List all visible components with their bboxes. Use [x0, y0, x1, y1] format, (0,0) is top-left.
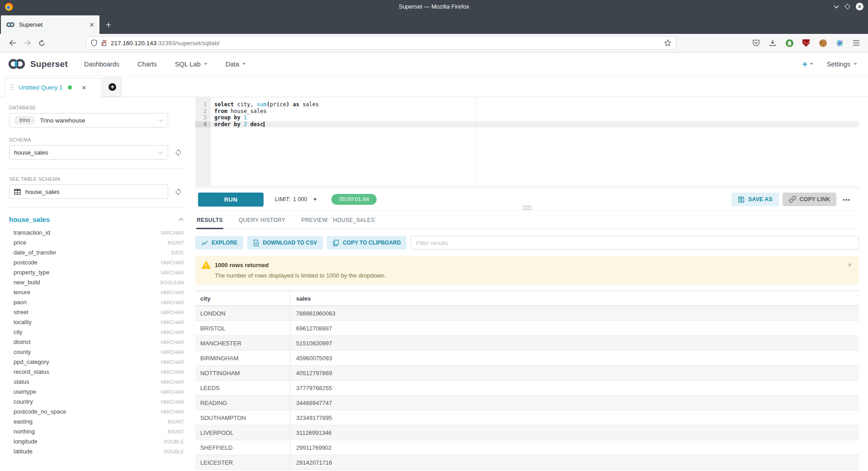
column-name: transaction_id — [14, 229, 50, 236]
reload-button[interactable] — [34, 40, 49, 47]
results-column-header: sales — [290, 291, 859, 306]
table-row[interactable]: LEEDS37779768255 — [195, 381, 859, 396]
schema-column-row: usertypeVARCHAR — [9, 388, 184, 398]
back-button[interactable] — [5, 40, 20, 46]
url-host: 217.160.120.143 — [111, 40, 156, 47]
ublock-icon[interactable] — [802, 38, 811, 47]
nav-item-sql-lab[interactable]: SQL Lab — [175, 61, 208, 68]
results-tab-results[interactable]: RESULTS — [196, 217, 223, 229]
refresh-table-icon[interactable] — [175, 188, 182, 196]
more-actions-button[interactable]: ••• — [840, 196, 853, 203]
results-column-header: city — [195, 291, 290, 306]
add-new-button[interactable]: + — [802, 59, 813, 69]
copy-link-button[interactable]: COPY LINK — [783, 193, 837, 206]
copy-clipboard-label: COPY TO CLIPBOARD — [343, 240, 401, 246]
schema-column-row: record_statusVARCHAR — [9, 368, 184, 378]
downloads-icon[interactable] — [768, 38, 777, 47]
window-shade-icon[interactable] — [834, 5, 839, 9]
table-schema-select[interactable]: house_sales — [9, 184, 168, 199]
limit-dropdown[interactable]: LIMIT: 1 000 — [275, 196, 317, 203]
sql-editor[interactable]: 1234 select city, sum(price) as salesfro… — [195, 97, 859, 188]
column-type: VARCHAR — [160, 409, 184, 414]
copy-clipboard-button[interactable]: COPY TO CLIPBOARD — [327, 236, 406, 250]
table-row[interactable]: SOUTHAMPTON32349177895 — [195, 410, 859, 425]
column-type: VARCHAR — [160, 260, 184, 265]
collapse-chevron-up-icon[interactable] — [178, 217, 184, 221]
schema-column-row: districtVARCHAR — [9, 339, 184, 349]
table-row[interactable]: LIVERPOOL31126991346 — [195, 425, 859, 440]
refresh-schema-icon[interactable] — [175, 149, 182, 156]
sqllab-main: 1234 select city, sum(price) as salesfro… — [195, 97, 868, 471]
shield-icon[interactable] — [91, 39, 97, 47]
table-row[interactable]: MANCHESTER51510820997 — [195, 336, 859, 351]
pocket-icon[interactable] — [751, 38, 760, 47]
results-tab-preview-house-sales[interactable]: PREVIEW: `HOUSE_SALES` — [301, 217, 377, 229]
query-tab-close-icon[interactable]: × — [82, 84, 86, 91]
superset-brand[interactable]: Superset — [7, 58, 68, 70]
bookmark-star-icon[interactable] — [664, 39, 671, 47]
window-close-icon[interactable]: × — [856, 3, 863, 10]
table-name-heading[interactable]: house_sales — [9, 216, 50, 223]
settings-menu[interactable]: Settings — [827, 61, 857, 68]
nav-item-dashboards[interactable]: Dashboards — [84, 61, 119, 68]
window-restore-icon[interactable] — [844, 4, 850, 9]
results-table: citysales LONDON788861960063BRISTOL69612… — [195, 291, 859, 471]
schema-select[interactable]: house_sales — [9, 145, 168, 160]
table-cell: 29911769902 — [290, 440, 859, 455]
column-name: usertype — [14, 388, 36, 395]
column-name: paon — [14, 299, 27, 306]
ghostery-icon[interactable] — [785, 38, 794, 47]
table-row[interactable]: BRISTOL69612708887 — [195, 321, 859, 336]
explore-button[interactable]: EXPLORE — [195, 236, 243, 250]
nav-item-data[interactable]: Data — [226, 61, 246, 68]
nav-item-charts[interactable]: Charts — [137, 61, 157, 68]
table-row[interactable]: NOTTINGHAM40512797869 — [195, 366, 859, 381]
save-icon — [738, 196, 745, 203]
container-pinwheel-icon[interactable] — [835, 38, 844, 47]
results-tab-query-history[interactable]: QUERY HISTORY — [238, 217, 286, 229]
table-cell: SHEFFIELD — [195, 440, 290, 455]
code-line: from house_sales — [211, 108, 859, 115]
table-icon — [14, 189, 21, 195]
forward-button[interactable] — [20, 40, 34, 46]
download-csv-button[interactable]: DOWNLOAD TO CSV — [247, 236, 323, 250]
schema-column-row: longitudeDOUBLE — [9, 438, 184, 448]
column-name: country — [14, 398, 33, 405]
table-row[interactable]: SHEFFIELD29911769902 — [195, 440, 859, 455]
nav-item-label: Data — [226, 61, 240, 68]
run-button[interactable]: RUN — [198, 193, 264, 207]
filter-results-input[interactable] — [410, 236, 859, 250]
query-tab[interactable]: Untitled Query 1 × — [5, 78, 102, 97]
alert-close-icon[interactable]: × — [848, 261, 852, 268]
menu-hamburger-icon[interactable] — [852, 38, 861, 47]
insecure-lock-icon[interactable] — [101, 39, 107, 47]
table-row[interactable]: LONDON788861960063 — [195, 306, 859, 321]
database-select[interactable]: trino Trino warehouse — [9, 113, 168, 127]
query-tab-title: Untitled Query 1 — [19, 84, 63, 91]
warning-icon — [202, 261, 211, 269]
window-titlebar: Superset — Mozilla Firefox × — [0, 0, 868, 13]
schema-column-row: northingBIGINT — [9, 428, 184, 438]
cookie-extension-icon[interactable] — [818, 38, 827, 47]
schema-column-row: countryVARCHAR — [9, 398, 184, 408]
new-query-tab-button[interactable]: + — [103, 77, 122, 97]
drag-handle-icon[interactable] — [10, 85, 14, 91]
results-controls: EXPLORE DOWNLOAD TO CSV — [195, 236, 859, 250]
sqllab-sidebar: DATABASE trino Trino warehouse SCHEMA ho… — [0, 97, 195, 471]
query-timer-badge: 00:00:01.64 — [331, 194, 377, 205]
divider — [9, 168, 184, 169]
browser-tab-close-icon[interactable]: ✕ — [89, 21, 94, 28]
table-row[interactable]: LEICESTER29142071716 — [195, 455, 859, 470]
browser-tab[interactable]: Superset ✕ — [1, 15, 99, 34]
url-bar[interactable]: 217.160.120.143:32393/superset/sqllab/ — [86, 36, 676, 50]
editor-code[interactable]: select city, sum(price) as salesfrom hou… — [211, 97, 859, 186]
pane-resize-grip[interactable] — [523, 206, 532, 211]
schema-column-row: statusVARCHAR — [9, 378, 184, 388]
browser-new-tab-button[interactable]: + — [99, 15, 118, 34]
table-row[interactable]: READING34468947747 — [195, 396, 859, 410]
caret-down-icon — [313, 198, 317, 201]
table-cell: 788861960063 — [290, 306, 859, 320]
save-as-button[interactable]: SAVE AS — [731, 193, 779, 206]
table-row[interactable]: BIRMINGHAM45960075093 — [195, 351, 859, 366]
table-cell: 31126991346 — [290, 425, 859, 440]
